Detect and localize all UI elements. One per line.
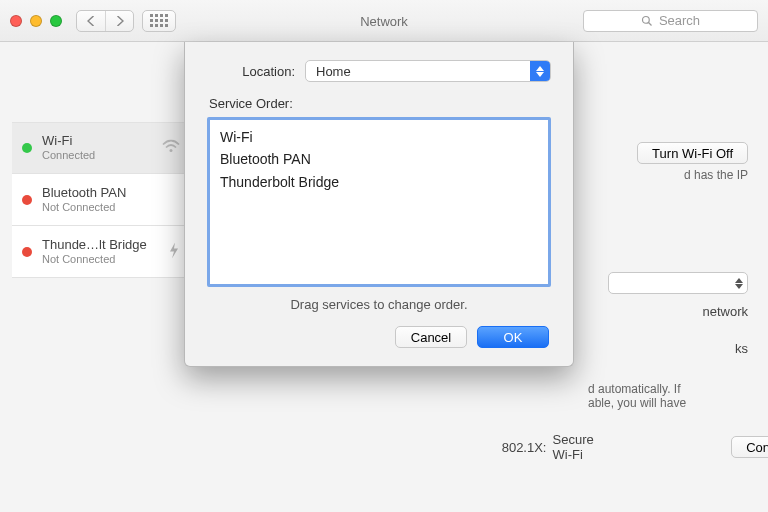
status-dot-icon — [22, 247, 32, 257]
zoom-icon[interactable] — [50, 15, 62, 27]
toolbar: Network Search — [0, 0, 768, 42]
service-order-sheet: Location: Home Service Order: Wi-Fi Blue… — [184, 42, 574, 367]
turn-wifi-off-button[interactable]: Turn Wi-Fi Off — [637, 142, 748, 164]
location-select[interactable]: Home — [305, 60, 551, 82]
sidebar-item-wifi[interactable]: Wi-Fi Connected — [12, 122, 184, 174]
list-item[interactable]: Wi-Fi — [220, 126, 538, 148]
show-all-button[interactable] — [142, 10, 176, 32]
service-sidebar: Wi-Fi Connected Bluetooth PAN Not Connec… — [12, 122, 184, 512]
network-name-row: network ks — [608, 272, 748, 356]
sidebar-item-status: Connected — [42, 149, 95, 163]
svg-point-0 — [642, 16, 649, 23]
list-item[interactable]: Thunderbolt Bridge — [220, 171, 538, 193]
sidebar-item-bluetooth-pan[interactable]: Bluetooth PAN Not Connected — [12, 174, 184, 226]
row-8021x-value: Secure Wi-Fi — [553, 432, 612, 462]
list-item[interactable]: Bluetooth PAN — [220, 148, 538, 170]
status-dot-icon — [22, 143, 32, 153]
service-order-list[interactable]: Wi-Fi Bluetooth PAN Thunderbolt Bridge — [207, 117, 551, 287]
location-value: Home — [316, 64, 351, 79]
status-dot-icon — [22, 195, 32, 205]
search-input[interactable]: Search — [583, 10, 758, 32]
sidebar-item-label: Wi-Fi — [42, 133, 95, 149]
service-order-label: Service Order: — [209, 96, 551, 111]
ok-button[interactable]: OK — [477, 326, 549, 348]
row-8021x-label: 802.1X: — [484, 440, 547, 455]
chevron-down-icon — [735, 284, 743, 289]
minimize-icon[interactable] — [30, 15, 42, 27]
thunderbolt-icon — [168, 242, 180, 261]
forward-button[interactable] — [105, 11, 133, 31]
row-8021x: 802.1X: Secure Wi-Fi Connect — [484, 432, 768, 462]
back-button[interactable] — [77, 11, 105, 31]
location-label: Location: — [207, 64, 295, 79]
chevron-up-icon — [735, 278, 743, 283]
svg-point-2 — [170, 149, 173, 152]
wifi-icon — [162, 140, 180, 157]
sidebar-item-status: Not Connected — [42, 201, 126, 215]
traffic-lights — [10, 15, 62, 27]
popup-arrows-icon — [530, 61, 550, 81]
connect-button[interactable]: Connect — [731, 436, 768, 458]
search-placeholder: Search — [659, 13, 700, 28]
search-icon — [641, 15, 653, 27]
cancel-button[interactable]: Cancel — [395, 326, 467, 348]
network-label: network — [608, 304, 748, 319]
ks-label: ks — [608, 341, 748, 356]
sidebar-item-status: Not Connected — [42, 253, 147, 267]
sidebar-item-label: Bluetooth PAN — [42, 185, 126, 201]
drag-hint: Drag services to change order. — [207, 297, 551, 312]
grid-icon — [150, 14, 168, 27]
sidebar-item-label: Thunde…lt Bridge — [42, 237, 147, 253]
network-name-select[interactable] — [608, 272, 748, 294]
auto-join-text: d automatically. If able, you will have — [588, 382, 748, 410]
sidebar-item-thunderbolt-bridge[interactable]: Thunde…lt Bridge Not Connected — [12, 226, 184, 278]
close-icon[interactable] — [10, 15, 22, 27]
wifi-ip-hint: d has the IP — [684, 168, 748, 182]
nav-segment — [76, 10, 134, 32]
svg-line-1 — [648, 22, 651, 25]
